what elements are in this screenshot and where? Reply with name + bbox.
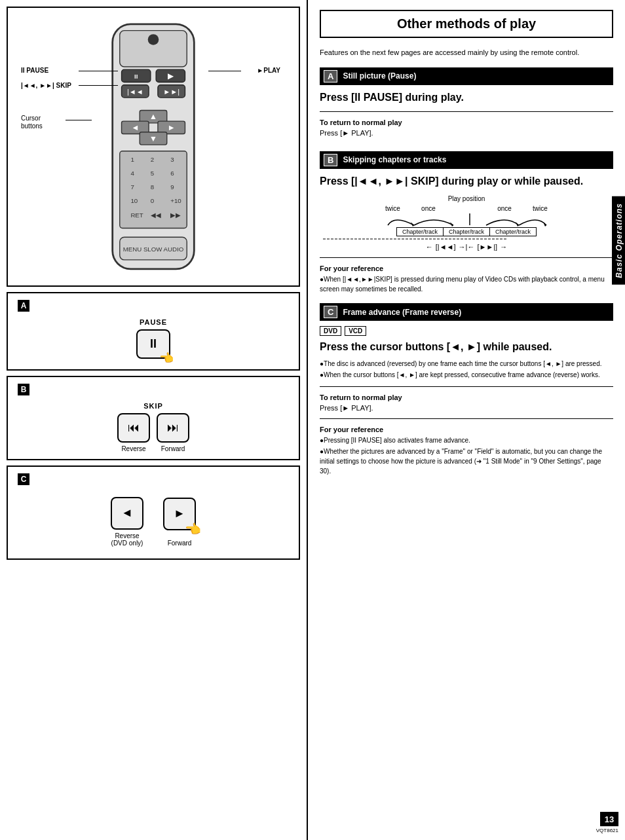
section-a-letter: A (18, 300, 29, 312)
divider-b (320, 257, 613, 258)
section-a-return-label: To return to normal play (320, 119, 613, 126)
skip-button-label: SKIP (143, 402, 163, 410)
section-c-heading: C Frame advance (Frame reverse) (320, 303, 613, 321)
section-a-block: A Still picture (Pause) Press [II PAUSE]… (320, 67, 613, 143)
section-b-ref-header: For your reference (320, 265, 613, 272)
section-b-box: B SKIP ⏮ Reverse ⏭ Forward (7, 376, 300, 460)
section-c-return-label: To return to normal play (320, 393, 613, 401)
page-number: 13 (600, 812, 618, 826)
arrow-pause (79, 71, 118, 71)
section-a-badge: A (324, 70, 337, 82)
section-c-ref2-text: ●Whether the pictures are advanced by a … (320, 447, 613, 476)
svg-text:9: 9 (170, 183, 174, 191)
arrow-right-1: →|← (459, 243, 475, 251)
svg-text:►: ► (168, 123, 176, 132)
page-title: Other methods of play (326, 16, 607, 31)
section-b-heading: B Skipping chapters or tracks (320, 151, 613, 169)
svg-text:+10: +10 (170, 197, 181, 204)
arrow-play (208, 71, 241, 71)
section-c-bullet2: ●When the cursor buttons [◄, ►] are kept… (320, 370, 613, 380)
forward-skip-btn: ⏭ (157, 413, 189, 443)
badge-row: DVD VCD (320, 326, 613, 336)
section-c-instruction: Press the cursor buttons [◄, ►] while pa… (320, 340, 613, 354)
section-b-header: B (18, 384, 289, 395)
section-c-ref1-text: ●Pressing [II PAUSE] also activates fram… (320, 435, 470, 445)
section-c-bullet2-text: ●When the cursor buttons [◄, ►] are kept… (320, 370, 600, 380)
section-c-return-text: Press [► PLAY]. (320, 404, 613, 412)
svg-text:▶: ▶ (168, 71, 174, 81)
hand-icon-c: 👈 (185, 521, 201, 537)
twice-left-label: twice (385, 205, 400, 212)
section-c-header: C (18, 473, 289, 485)
section-b-block: B Skipping chapters or tracks Press [|◄◄… (320, 151, 613, 295)
section-b-letter: B (18, 384, 29, 395)
svg-text:0: 0 (151, 197, 155, 204)
divider-a (320, 111, 613, 112)
reverse-skip-btn: ⏮ (117, 413, 150, 443)
svg-text:◄: ◄ (131, 123, 139, 132)
divider-c2 (320, 418, 613, 419)
reverse-cursor-icon: ◄ (121, 506, 133, 520)
dvd-badge: DVD (320, 326, 341, 336)
page-number-area: 13 VQT8621 (596, 812, 618, 833)
remote-section: II PAUSE |◄◄, ►►| SKIP ►PLAY Cursor butt… (7, 7, 300, 287)
section-c-badge: C (324, 306, 337, 318)
dashed-line-svg (323, 236, 506, 242)
hand-icon-a: 👈 (159, 351, 174, 365)
track-labels-row: Chapter/track Chapter/track Chapter/trac… (396, 227, 537, 236)
section-c-box: C ◄ Reverse (DVD only) ► 👈 Forward (7, 466, 300, 560)
once-left-label: once (421, 205, 436, 212)
svg-text:5: 5 (151, 170, 154, 177)
forward-label-b: Forward (161, 445, 185, 452)
reverse-label-c: Reverse (115, 532, 139, 539)
track-cell-2: Chapter/track (444, 228, 490, 236)
skip-label: |◄◄, ►►| SKIP (21, 82, 71, 89)
cursor-label: Cursor (21, 115, 41, 122)
reverse-cursor-btn: ◄ (111, 497, 143, 530)
svg-text:▲: ▲ (149, 112, 157, 121)
svg-text:II: II (134, 73, 138, 80)
skip-arrows-row: ← [|◄◄] →|← [►►|] → (426, 243, 507, 251)
section-a-header: A (18, 300, 289, 312)
svg-text:8: 8 (151, 183, 154, 191)
vcd-badge: VCD (345, 326, 366, 336)
svg-text:|◄◄: |◄◄ (127, 88, 143, 96)
section-b-heading-text: Skipping chapters or tracks (343, 155, 446, 164)
dvd-only-label: (DVD only) (111, 539, 143, 547)
basic-operations-tab: Basic Operations (612, 196, 625, 285)
section-a-return-text: Press [► PLAY]. (320, 129, 613, 137)
svg-text:2: 2 (151, 156, 154, 163)
remote-control-svg: II ▶ |◄◄ ►►| ▲ ◄ ► ▼ (94, 20, 212, 274)
page-title-box: Other methods of play (320, 10, 613, 38)
svg-text:7: 7 (130, 183, 134, 191)
skip-diagram: Play position twice once once twice (320, 195, 613, 251)
section-c-bullet1: ●The disc is advanced (reversed) by one … (320, 359, 613, 369)
section-c-ref1: ●Pressing [II PAUSE] also activates fram… (320, 435, 613, 445)
left-panel: II PAUSE |◄◄, ►►| SKIP ►PLAY Cursor butt… (0, 0, 308, 840)
svg-text:6: 6 (170, 170, 174, 177)
section-b-content: SKIP ⏮ Reverse ⏭ Forward (18, 402, 289, 452)
svg-text:◀◀: ◀◀ (151, 211, 161, 219)
svg-text:3: 3 (170, 156, 174, 163)
section-c-heading-text: Frame advance (Frame reverse) (343, 308, 461, 317)
play-position-label: Play position (320, 195, 613, 202)
forward-skip-icon: ⏭ (167, 421, 179, 435)
skip-prev-label: [|◄◄] (436, 243, 456, 251)
pause-button-label: PAUSE (140, 318, 167, 326)
forward-label-c: Forward (168, 539, 192, 547)
play-label: ►PLAY (257, 67, 280, 74)
cursor-buttons-label: buttons (21, 122, 43, 130)
section-a-content: PAUSE II 👈 (18, 318, 289, 359)
pause-symbol: II (150, 337, 157, 351)
track-cell-1: Chapter/track (397, 228, 444, 236)
section-c-ref2: ●Whether the pictures are advanced by a … (320, 447, 613, 476)
svg-text:▼: ▼ (149, 134, 157, 143)
svg-text:MENU  SLOW  AUDIO: MENU SLOW AUDIO (123, 246, 184, 253)
curve-diagram-svg (375, 213, 558, 227)
svg-text:10: 10 (130, 197, 138, 204)
track-cell-3: Chapter/track (490, 228, 536, 236)
svg-text:1: 1 (130, 156, 134, 163)
section-a-heading-text: Still picture (Pause) (343, 71, 416, 81)
reverse-skip-icon: ⏮ (128, 421, 140, 435)
svg-text:►►|: ►►| (163, 88, 180, 96)
